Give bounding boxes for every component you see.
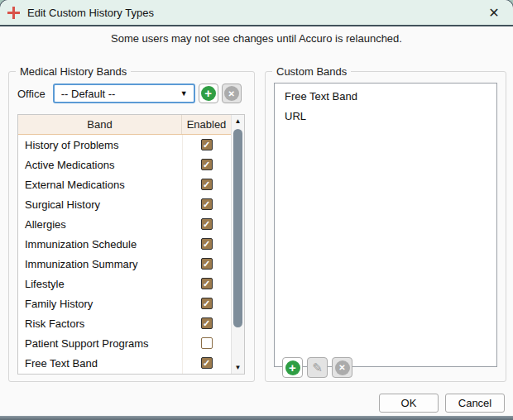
- checkbox-checked[interactable]: ✓: [201, 317, 213, 329]
- checkbox-checked[interactable]: ✓: [201, 258, 213, 270]
- checkbox-checked[interactable]: ✓: [201, 298, 213, 309]
- dialog-edit-custom-history-types: Edit Custom History Types ✕ Some users m…: [0, 0, 513, 420]
- pencil-icon: ✎: [312, 360, 323, 375]
- band-name: External Medications: [18, 179, 182, 191]
- close-circle-icon: ✕: [335, 360, 350, 375]
- window-bottom-edge: [0, 416, 513, 420]
- titlebar[interactable]: Edit Custom History Types ✕: [0, 0, 513, 25]
- band-name: Risk Factors: [18, 317, 182, 330]
- scrollbar-thumb[interactable]: [233, 129, 242, 327]
- office-select[interactable]: -- Default -- ▼: [53, 84, 195, 103]
- band-name: Allergies: [18, 218, 182, 231]
- titlebar-separator: [0, 25, 513, 26]
- table-row: Free Text Band✓: [18, 353, 231, 373]
- office-add-button[interactable]: +: [199, 84, 218, 103]
- enabled-cell: ✓: [182, 159, 231, 170]
- list-item[interactable]: URL: [275, 107, 496, 126]
- table-row: History of Problems✓: [18, 135, 231, 155]
- custom-bands-group: Custom Bands Free Text BandURL + ✎ ✕: [265, 71, 506, 382]
- medical-history-bands-group: Medical History Bands Office -- Default …: [8, 71, 255, 382]
- enabled-cell: ✓: [182, 218, 231, 230]
- chevron-down-icon: ▼: [180, 89, 188, 98]
- band-table-scrollbar[interactable]: ▲ ▼: [231, 115, 244, 374]
- office-row: Office -- Default -- ▼ + ✕: [17, 83, 242, 104]
- band-name: Immunization Schedule: [18, 238, 182, 251]
- enabled-cell: ✓: [182, 179, 231, 190]
- scroll-up-icon[interactable]: ▲: [232, 115, 244, 127]
- table-row: Allergies✓: [18, 214, 231, 234]
- enabled-cell: ✓: [182, 198, 231, 210]
- enabled-cell: ✓: [182, 298, 231, 309]
- band-table-header: Band Enabled: [18, 115, 231, 135]
- custom-band-edit-button[interactable]: ✎: [307, 357, 328, 378]
- enabled-cell: ✓: [182, 139, 231, 150]
- band-name: Immunization Summary: [18, 258, 182, 270]
- custom-band-add-button[interactable]: +: [282, 357, 303, 378]
- dialog-title: Edit Custom History Types: [27, 7, 154, 19]
- custom-bands-buttons: + ✎ ✕: [282, 357, 357, 378]
- checkbox-checked[interactable]: ✓: [201, 139, 213, 150]
- cancel-button[interactable]: Cancel: [445, 394, 505, 413]
- ok-button[interactable]: OK: [379, 394, 439, 413]
- band-name: Patient Support Programs: [18, 337, 182, 350]
- custom-bands-legend: Custom Bands: [272, 65, 351, 78]
- office-label: Office: [17, 88, 46, 100]
- list-item[interactable]: Free Text Band: [275, 87, 496, 107]
- band-name: Lifestyle: [18, 278, 182, 290]
- checkbox-checked[interactable]: ✓: [201, 238, 213, 250]
- enabled-cell: ✓: [182, 357, 231, 369]
- checkbox-checked[interactable]: ✓: [201, 159, 213, 170]
- enabled-cell: ✓: [182, 238, 231, 250]
- medical-history-bands-legend: Medical History Bands: [16, 65, 131, 78]
- accuro-logo-icon: [7, 7, 20, 19]
- relaunch-notice: Some users may not see changes until Acc…: [0, 32, 513, 45]
- table-row: Patient Support Programs: [18, 333, 231, 353]
- office-remove-button[interactable]: ✕: [222, 84, 242, 103]
- table-row: Family History✓: [18, 294, 231, 313]
- close-circle-icon: ✕: [224, 86, 239, 101]
- enabled-cell: [182, 337, 231, 349]
- enabled-cell: ✓: [182, 278, 231, 289]
- column-header-band: Band: [18, 115, 182, 134]
- checkbox-checked[interactable]: ✓: [201, 198, 213, 210]
- plus-icon: +: [201, 86, 216, 101]
- band-name: Surgical History: [18, 198, 182, 211]
- custom-bands-list[interactable]: Free Text BandURL: [274, 83, 497, 367]
- band-table: Band Enabled History of Problems✓Active …: [17, 114, 245, 375]
- band-name: Active Medications: [18, 159, 182, 171]
- table-row: Immunization Summary✓: [18, 254, 231, 274]
- table-row: External Medications✓: [18, 174, 231, 194]
- band-table-rows: History of Problems✓Active Medications✓E…: [18, 135, 231, 374]
- custom-band-remove-button[interactable]: ✕: [332, 357, 352, 378]
- band-name: Family History: [18, 298, 182, 310]
- scroll-down-icon[interactable]: ▼: [232, 361, 244, 374]
- checkbox-unchecked[interactable]: [201, 337, 213, 349]
- checkbox-checked[interactable]: ✓: [201, 179, 213, 190]
- enabled-cell: ✓: [182, 317, 231, 329]
- office-selected-value: -- Default --: [61, 88, 116, 100]
- table-row: Active Medications✓: [18, 155, 231, 174]
- table-row: Lifestyle✓: [18, 274, 231, 294]
- close-icon[interactable]: ✕: [483, 2, 505, 22]
- checkbox-checked[interactable]: ✓: [201, 357, 213, 369]
- checkbox-checked[interactable]: ✓: [201, 218, 213, 230]
- enabled-cell: ✓: [182, 258, 231, 270]
- band-name: History of Problems: [18, 139, 182, 151]
- table-row: Immunization Schedule✓: [18, 234, 231, 254]
- table-row: Surgical History✓: [18, 194, 231, 214]
- plus-icon: +: [285, 360, 300, 375]
- table-row: Risk Factors✓: [18, 313, 231, 333]
- checkbox-checked[interactable]: ✓: [201, 278, 213, 289]
- band-name: Free Text Band: [18, 357, 182, 370]
- column-header-enabled: Enabled: [182, 115, 231, 134]
